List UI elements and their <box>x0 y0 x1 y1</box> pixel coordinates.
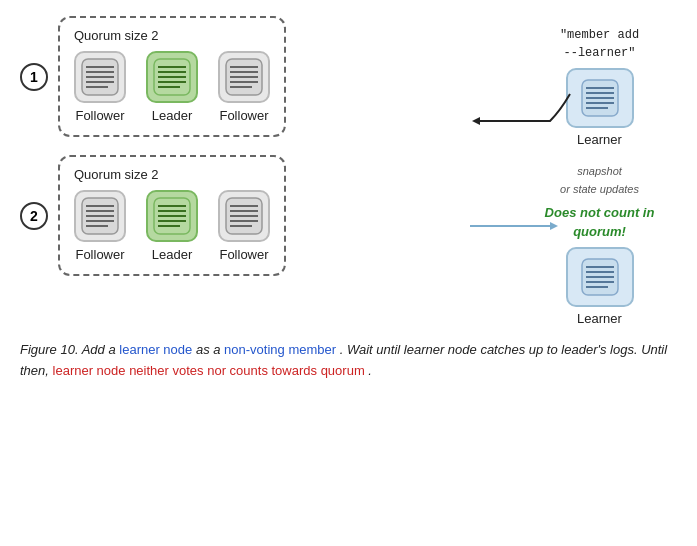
does-not-count-label: Does not count in quorum! <box>545 205 655 239</box>
step1-nodes-row: Follower <box>74 51 270 123</box>
step1-leader: Leader <box>146 51 198 123</box>
step2-circle: 2 <box>20 202 48 230</box>
step2-row: 2 Quorum size 2 <box>20 155 522 276</box>
server-svg <box>78 55 122 99</box>
step1-follower2-icon <box>218 51 270 103</box>
leader-svg2 <box>150 194 194 238</box>
step2-follower1: Follower <box>74 190 126 262</box>
step1-follower2-label: Follower <box>219 108 268 123</box>
step1-row: 1 Quorum size 2 <box>20 16 522 137</box>
step1-follower2: Follower <box>218 51 270 123</box>
caption-learner-node-1: learner node <box>119 342 192 357</box>
step1-quorum-box: Quorum size 2 <box>58 16 286 137</box>
step1-learner-box <box>566 68 634 128</box>
step2-follower2: Follower <box>218 190 270 262</box>
step1-circle: 1 <box>20 63 48 91</box>
caption-add: Add a <box>82 342 120 357</box>
server-svg4 <box>222 194 266 238</box>
caption-period: . <box>368 363 372 378</box>
step2-nodes-row: Follower <box>74 190 270 262</box>
step1-leader-label: Leader <box>152 108 192 123</box>
step2-learner-label: Learner <box>577 311 622 326</box>
step1-quorum-label: Quorum size 2 <box>74 28 270 43</box>
step2-leader: Leader <box>146 190 198 262</box>
code-label-wrapper: "member add --learner" <box>560 24 639 60</box>
step2-learner-svg <box>578 255 622 299</box>
step1-leader-icon <box>146 51 198 103</box>
step2-leader-icon <box>146 190 198 242</box>
server-svg2 <box>222 55 266 99</box>
step1-learner-wrapper: Learner <box>566 68 634 147</box>
step1-follower1-label: Follower <box>75 108 124 123</box>
code-label: "member add --learner" <box>560 28 639 60</box>
leader-svg <box>150 55 194 99</box>
step2-leader-label: Leader <box>152 247 192 262</box>
snapshot-label: snapshot or state updates <box>560 165 639 195</box>
snapshot-label-wrapper: snapshot or state updates <box>560 161 639 197</box>
step2-follower1-label: Follower <box>75 247 124 262</box>
step2-follower1-icon <box>74 190 126 242</box>
step2-follower2-icon <box>218 190 270 242</box>
step2-learner-wrapper: Does not count in quorum! Learner <box>522 203 677 326</box>
step2-learner-box <box>566 247 634 307</box>
step2-quorum-box: Quorum size 2 <box>58 155 286 276</box>
caption-as-a: as a <box>196 342 224 357</box>
left-column: 1 Quorum size 2 <box>20 16 522 276</box>
main-layout: 1 Quorum size 2 <box>20 16 677 326</box>
step2-follower2-label: Follower <box>219 247 268 262</box>
does-not-count-wrapper: Does not count in quorum! <box>522 203 677 241</box>
step2-quorum-label: Quorum size 2 <box>74 167 270 182</box>
step1-learner-svg <box>578 76 622 120</box>
diagram-container: 1 Quorum size 2 <box>20 16 677 326</box>
step1-learner-label: Learner <box>577 132 622 147</box>
right-column: "member add --learner" Learner <box>522 16 677 326</box>
figure-caption: Figure 10. Add a learner node as a non-v… <box>20 340 677 382</box>
step1-follower1: Follower <box>74 51 126 123</box>
caption-learner-node-2: learner node neither votes nor counts to… <box>53 363 365 378</box>
step1-follower1-icon <box>74 51 126 103</box>
caption-non-voting: non-voting member <box>224 342 336 357</box>
figure-label: Figure 10. <box>20 342 79 357</box>
server-svg3 <box>78 194 122 238</box>
